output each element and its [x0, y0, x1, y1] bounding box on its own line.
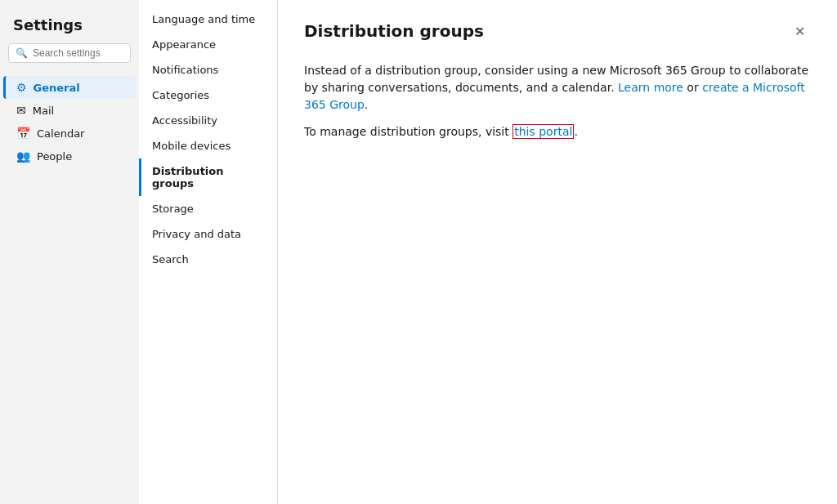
page-title: Distribution groups	[304, 21, 484, 41]
people-icon: 👥	[16, 149, 30, 163]
sidebar-item-label-people: People	[37, 150, 72, 163]
sidebar-item-label-general: General	[34, 82, 80, 94]
search-icon: 🔍	[16, 47, 28, 59]
subnav-item-storage[interactable]: Storage	[139, 196, 277, 221]
subnav-item-search[interactable]: Search	[139, 247, 277, 272]
this-portal-link[interactable]: this portal	[512, 124, 574, 139]
content-header: Distribution groups ✕	[304, 20, 811, 42]
paragraph1-middle-text: or	[683, 81, 702, 94]
main-content: Distribution groups ✕ Instead of a distr…	[278, 0, 837, 504]
paragraph-2: To manage distribution groups, visit thi…	[304, 123, 811, 140]
sidebar-item-label-calendar: Calendar	[37, 127, 84, 140]
mail-icon: ✉️	[16, 104, 26, 117]
sidebar-item-people[interactable]: 👥 People	[3, 145, 136, 167]
search-input[interactable]	[33, 47, 123, 59]
subnav-item-categories[interactable]: Categories	[139, 83, 277, 108]
paragraph-1: Instead of a distribution group, conside…	[304, 62, 811, 114]
subnav-item-accessibility[interactable]: Accessibility	[139, 108, 277, 133]
subnav-item-notifications[interactable]: Notifications	[139, 57, 277, 83]
paragraph2-suffix-text: .	[574, 125, 577, 138]
subnav-item-mobile-devices[interactable]: Mobile devices	[139, 133, 277, 158]
sidebar-item-calendar[interactable]: 📅 Calendar	[3, 122, 136, 145]
subnav-item-privacy-and-data[interactable]: Privacy and data	[139, 221, 277, 247]
app-title: Settings	[0, 10, 139, 43]
search-box[interactable]: 🔍	[8, 43, 131, 63]
subnav-item-appearance[interactable]: Appearance	[139, 32, 277, 57]
sidebar-middle: Language and time Appearance Notificatio…	[139, 0, 278, 504]
calendar-icon: 📅	[16, 127, 30, 140]
subnav-item-language-and-time[interactable]: Language and time	[139, 7, 277, 32]
gear-icon: ⚙️	[16, 81, 27, 94]
paragraph2-prefix-text: To manage distribution groups, visit	[304, 125, 512, 138]
learn-more-link[interactable]: Learn more	[618, 81, 683, 94]
close-button[interactable]: ✕	[788, 20, 811, 42]
nav-section: ⚙️ General ✉️ Mail 📅 Calendar 👥 People	[0, 73, 139, 171]
content-body: Instead of a distribution group, conside…	[304, 62, 811, 140]
subnav-item-distribution-groups[interactable]: Distribution groups	[139, 158, 277, 196]
sidebar-left: Settings 🔍 ⚙️ General ✉️ Mail 📅 Calendar…	[0, 0, 139, 504]
sidebar-item-general[interactable]: ⚙️ General	[3, 76, 136, 99]
sidebar-item-mail[interactable]: ✉️ Mail	[3, 99, 136, 122]
paragraph1-suffix-text: .	[365, 98, 368, 111]
sidebar-item-label-mail: Mail	[33, 105, 54, 117]
